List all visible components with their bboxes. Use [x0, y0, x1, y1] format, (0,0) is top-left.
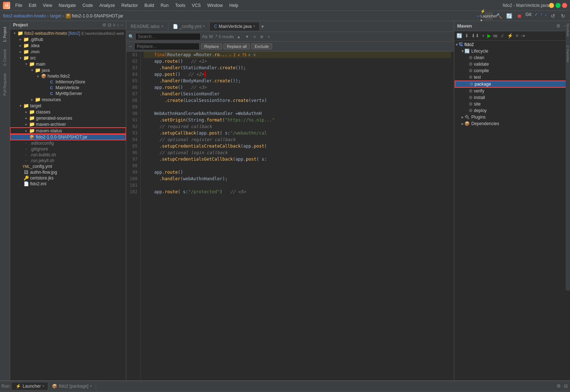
git-pull[interactable]: ↓ [545, 12, 547, 20]
favorites-label[interactable]: 2: Favorites [566, 45, 570, 62]
replace-btn[interactable]: Replace [201, 44, 222, 49]
tree-src[interactable]: ▾ 📁 src [10, 55, 126, 61]
tree-main[interactable]: ▾ 📁 main [10, 61, 126, 67]
menu-vcs[interactable]: VCS [189, 2, 204, 9]
tree-myhttpserver[interactable]: C MyHttpServer [10, 91, 126, 96]
maven-site[interactable]: ⚙ site [454, 101, 570, 107]
panel-sync-icon[interactable]: ↕ [117, 22, 119, 28]
sync-btn[interactable]: 🔄 [505, 12, 513, 20]
tree-fido2-iml[interactable]: 📄 fido2.iml [10, 181, 126, 187]
maven-verify[interactable]: ⚙ verify [454, 88, 570, 94]
panel-layout-icon[interactable]: ⊟ [108, 22, 111, 28]
tree-target[interactable]: ▾ 📁 target [10, 103, 126, 109]
redo-btn[interactable]: ↻ [559, 12, 567, 20]
search-close-btn[interactable]: × [266, 34, 271, 40]
tab-config-yml[interactable]: 📄 _config.yml × [168, 22, 210, 30]
maven-clean[interactable]: ⚙ clean [454, 54, 570, 61]
mainverticle-tab-close[interactable]: × [253, 24, 255, 28]
bottom-settings-icon[interactable]: ⚙ [556, 383, 562, 389]
stop-btn[interactable]: ⏹ [515, 12, 523, 20]
search-filter-btn[interactable]: ≡ [252, 34, 257, 40]
structure-label[interactable]: Structure [566, 23, 570, 37]
menu-analyze[interactable]: Analyze [97, 2, 118, 9]
launcher-btn[interactable]: ⚡ Launcher ▾ [485, 12, 493, 20]
launcher-tab-close[interactable]: × [42, 384, 44, 388]
readme-tab-close[interactable]: × [161, 24, 164, 28]
maven-collapse-btn[interactable]: ⇥ [520, 32, 526, 39]
tree-gitignore[interactable]: · .gitignore [10, 146, 126, 152]
maven-m-btn[interactable]: m [493, 32, 499, 39]
maven-thread-btn[interactable]: ⫽ [499, 32, 505, 39]
tab-readme[interactable]: README.adoc × [126, 22, 168, 30]
tree-github[interactable]: ▸ 📁 .github [10, 36, 126, 42]
tree-classes[interactable]: ▸ 📁 classes [10, 109, 126, 115]
maven-test[interactable]: ⚙ test [454, 74, 570, 81]
close-button[interactable] [562, 3, 567, 8]
maven-sync-btn[interactable]: 🔄 [456, 32, 463, 39]
maven-dependencies-group[interactable]: ▸ 📦 Dependencies [454, 120, 570, 127]
tree-run-builds[interactable]: · .run.builds.sh [10, 152, 126, 158]
tree-certstore[interactable]: 🔑 certstore.jks [10, 175, 126, 181]
search-expand-btn[interactable]: ⊕ [259, 34, 265, 40]
maven-deploy[interactable]: ⚙ deploy [454, 107, 570, 114]
menu-run[interactable]: Run [158, 2, 172, 9]
maven-compile[interactable]: ⚙ compile [454, 67, 570, 74]
bottom-layout-icon[interactable]: ⊟ [563, 383, 569, 389]
git-check[interactable]: ✓ [534, 12, 538, 20]
maximize-button[interactable] [555, 3, 561, 8]
activity-commit[interactable]: 0: Commit [1, 46, 8, 69]
menu-help[interactable]: Help [226, 2, 241, 9]
tab-launcher[interactable]: ⚡ Launcher × [12, 383, 48, 390]
build-btn[interactable]: 🔨 [495, 12, 503, 20]
search-aa-btn[interactable]: Aa [202, 34, 208, 39]
tree-maven-archiver[interactable]: ▸ 📁 maven-archiver [10, 121, 126, 127]
maven-add-btn[interactable]: + [481, 32, 485, 39]
maven-skip-btn[interactable]: ⚡ [507, 32, 514, 39]
breadcrumb-target[interactable]: target [50, 13, 61, 18]
tree-idea[interactable]: ▸ 📁 .idea [10, 42, 126, 49]
maven-settings-icon[interactable]: ⚙ [555, 22, 561, 29]
tree-howto-fido2[interactable]: ▾ 📦 howto.fido2 [10, 73, 126, 79]
tree-mvn[interactable]: ▸ 📁 .mvn [10, 49, 126, 55]
package-tab-close[interactable]: × [90, 384, 92, 388]
tab-package[interactable]: 📦 fido2 [package] × [48, 383, 96, 390]
tree-inmemorystore[interactable]: C InMemoryStore [10, 79, 126, 85]
menu-refactor[interactable]: Refactor [119, 2, 141, 9]
menu-tools[interactable]: Tools [172, 2, 188, 9]
menu-edit[interactable]: Edit [26, 2, 39, 9]
search-word-btn[interactable]: W [209, 34, 213, 39]
tree-editorconfig[interactable]: · .editorconfig [10, 140, 126, 146]
maven-install[interactable]: ⚙ install [454, 94, 570, 101]
menu-code[interactable]: Code [79, 2, 96, 9]
tree-config-yml[interactable]: YML _config.yml [10, 164, 126, 169]
config-yml-tab-close[interactable]: × [203, 24, 205, 28]
code-editor[interactable]: 8182838485 8687888990 9192939495 9697989… [126, 51, 454, 380]
replace-input[interactable] [134, 43, 200, 50]
maven-root[interactable]: ▾ 🏗 fido2 [454, 41, 570, 48]
undo-btn[interactable]: ↺ [549, 12, 557, 20]
tree-authn-flow[interactable]: 🖼 authn-flow.jpg [10, 169, 126, 175]
maven-filter-btn[interactable]: ≡ [515, 32, 519, 39]
search-regex-btn[interactable]: .* [214, 34, 217, 39]
tree-jar-file[interactable]: 📦 fido2-1.0.0-SNAPSHOT.jar [10, 134, 126, 140]
git-push[interactable]: ↑ [540, 12, 542, 20]
menu-build[interactable]: Build [142, 2, 157, 9]
replace-all-btn[interactable]: Replace all [224, 44, 250, 49]
tree-run-jekyll[interactable]: · .run.jekyll.sh [10, 158, 126, 164]
menu-navigate[interactable]: Navigate [56, 2, 79, 9]
menu-file[interactable]: File [12, 2, 25, 9]
tree-resources[interactable]: ▸ 📁 resources [10, 96, 126, 103]
tree-maven-status[interactable]: ▸ 📁 maven-status [10, 128, 126, 134]
tree-root[interactable]: ▾ 📁 fido2-webauthn-howto [fido2] E:\work… [10, 30, 126, 36]
breadcrumb-project[interactable]: fido2-webauthn-howto [3, 13, 46, 18]
maven-plugins-group[interactable]: ▸ 🔌 Plugins [454, 114, 570, 120]
maven-package[interactable]: ⚙ package [455, 81, 569, 87]
next-result-btn[interactable]: ▼ [244, 34, 251, 40]
activity-project[interactable]: 1: Project [1, 24, 8, 45]
maven-run-btn[interactable]: ▶ [487, 32, 492, 39]
menu-window[interactable]: Window [204, 2, 226, 9]
tab-mainverticle[interactable]: C MainVerticle.java × [210, 22, 260, 30]
tab-more-btn[interactable]: ▾ [261, 24, 264, 29]
panel-settings-icon[interactable]: ⚙ [102, 22, 106, 28]
maven-validate[interactable]: ⚙ validate [454, 61, 570, 67]
